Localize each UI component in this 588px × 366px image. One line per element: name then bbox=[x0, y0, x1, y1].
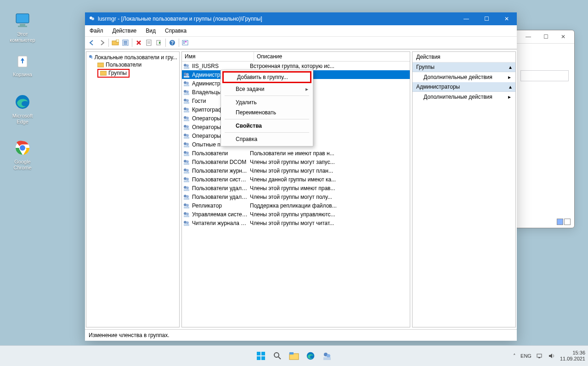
explorer-icon[interactable] bbox=[288, 349, 300, 362]
svg-point-39 bbox=[184, 90, 187, 93]
actions-item-more-0[interactable]: Дополнительные действия ▸ bbox=[413, 72, 515, 82]
group-icon bbox=[183, 71, 190, 79]
svg-point-34 bbox=[186, 73, 189, 76]
svg-rect-80 bbox=[184, 207, 189, 208]
col-desc[interactable]: Описание bbox=[254, 52, 410, 61]
list-row[interactable]: РепликаторПоддержка репликации файлов... bbox=[182, 201, 410, 210]
svg-point-40 bbox=[186, 90, 189, 93]
svg-rect-18 bbox=[147, 43, 150, 44]
context-menu-item[interactable]: Свойства bbox=[221, 121, 313, 131]
new-folder-icon[interactable] bbox=[110, 38, 120, 48]
close-button[interactable]: ✕ bbox=[555, 32, 571, 41]
tree-users[interactable]: Пользователи bbox=[87, 61, 178, 68]
svg-point-49 bbox=[186, 117, 189, 119]
list-row[interactable]: Управляемая систем...Члены этой группы у… bbox=[182, 210, 410, 219]
svg-rect-98 bbox=[537, 354, 542, 357]
row-desc: Поддержка репликации файлов... bbox=[248, 203, 410, 209]
list-row[interactable]: Пользователи удале...Члены этой группы и… bbox=[182, 184, 410, 192]
desktop-icon-this-pc[interactable]: Этоткомпьютер bbox=[6, 10, 39, 43]
clock[interactable]: 15:36 11.09.2021 bbox=[560, 350, 585, 362]
list-row[interactable]: Читатели журнала с...Члены этой группы м… bbox=[182, 219, 410, 227]
chevron-right-icon: ▸ bbox=[508, 94, 511, 100]
app-icon bbox=[89, 16, 95, 22]
svg-rect-24 bbox=[185, 41, 187, 42]
context-menu-item[interactable]: Справка bbox=[221, 134, 313, 144]
actions-section-groups[interactable]: Группы ▴ bbox=[413, 62, 515, 72]
group-icon bbox=[183, 150, 190, 157]
maximize-button[interactable]: ☐ bbox=[537, 32, 554, 41]
list-row[interactable]: Пользователи журн...Члены этой группы мо… bbox=[182, 166, 410, 175]
tray-chevron-icon[interactable]: ˄ bbox=[513, 353, 516, 359]
properties-icon[interactable] bbox=[120, 38, 130, 48]
tree-pane[interactable]: Локальные пользователи и гру... Пользова… bbox=[86, 51, 180, 327]
svg-point-96 bbox=[327, 354, 330, 358]
minimize-button[interactable]: — bbox=[456, 12, 476, 25]
close-button[interactable]: ✕ bbox=[497, 12, 517, 25]
desktop-icon-label: GoogleChrome bbox=[6, 159, 39, 171]
actions-item-more-1[interactable]: Дополнительные действия ▸ bbox=[413, 92, 515, 102]
svg-point-46 bbox=[186, 108, 189, 111]
sheet-icon[interactable] bbox=[144, 38, 154, 48]
row-name: IIS_IUSRS bbox=[192, 63, 248, 69]
maximize-button[interactable]: ☐ bbox=[476, 12, 497, 25]
context-menu-item[interactable]: Переименовать bbox=[221, 107, 313, 118]
export-icon[interactable] bbox=[154, 38, 164, 48]
search-button[interactable] bbox=[271, 349, 284, 362]
list-row[interactable]: Пользователи DCOMЧлены этой группы могут… bbox=[182, 158, 410, 166]
svg-point-72 bbox=[184, 186, 187, 189]
svg-point-30 bbox=[184, 64, 187, 67]
actions-section-admins[interactable]: Администраторы ▴ bbox=[413, 82, 515, 92]
titlebar[interactable]: lusrmgr - [Локальные пользователи и груп… bbox=[85, 12, 517, 25]
bg-toggle-b[interactable] bbox=[564, 219, 571, 225]
row-name: Пользователи удале... bbox=[192, 185, 248, 191]
row-name: Читатели журнала с... bbox=[192, 220, 248, 226]
svg-rect-50 bbox=[184, 119, 189, 121]
network-icon[interactable] bbox=[536, 353, 543, 359]
list-row[interactable]: ПользователиПользователи не имеют прав н… bbox=[182, 149, 410, 158]
delete-icon[interactable] bbox=[134, 38, 144, 48]
bg-toggle-a[interactable] bbox=[557, 219, 563, 225]
context-menu-item[interactable]: Добавить в группу... bbox=[222, 71, 311, 83]
minimize-button[interactable]: — bbox=[520, 32, 537, 41]
row-desc: Встроенная группа, которую ис... bbox=[248, 63, 410, 69]
lusrmgr-taskbar-icon[interactable] bbox=[321, 349, 334, 362]
context-menu-item[interactable]: Удалить bbox=[221, 97, 313, 107]
list-row[interactable]: Пользователи систе...Члены данной группы… bbox=[182, 175, 410, 184]
tree-groups[interactable]: Группы bbox=[87, 68, 178, 78]
svg-rect-83 bbox=[184, 215, 189, 217]
svg-point-82 bbox=[186, 213, 189, 215]
row-name: Пользователи удале... bbox=[192, 194, 248, 200]
refresh-icon[interactable] bbox=[181, 38, 191, 48]
svg-rect-47 bbox=[184, 111, 189, 113]
language-indicator[interactable]: ENG bbox=[520, 353, 531, 359]
context-menu-item[interactable]: Все задачи bbox=[221, 84, 313, 94]
row-desc: Члены этой группы могут план... bbox=[248, 168, 410, 174]
list-row[interactable]: Пользователи удале...Члены этой группы м… bbox=[182, 192, 410, 201]
forward-button[interactable] bbox=[97, 38, 107, 48]
menu-action[interactable]: Действие bbox=[108, 26, 141, 35]
svg-point-31 bbox=[186, 64, 189, 67]
svg-rect-29 bbox=[100, 71, 107, 75]
group-icon bbox=[183, 106, 190, 113]
edge-taskbar-icon[interactable] bbox=[304, 349, 317, 362]
help-icon[interactable]: ? bbox=[167, 38, 177, 48]
menu-file[interactable]: Файл bbox=[85, 26, 108, 35]
back-button[interactable] bbox=[87, 38, 97, 48]
svg-rect-53 bbox=[184, 128, 189, 130]
svg-rect-93 bbox=[289, 352, 294, 355]
menu-view[interactable]: Вид bbox=[141, 26, 160, 35]
desktop-icon-recycle[interactable]: Корзина bbox=[6, 51, 39, 78]
menu-help[interactable]: Справка bbox=[160, 26, 191, 35]
desktop-icon-chrome[interactable]: GoogleChrome bbox=[6, 138, 39, 171]
svg-rect-12 bbox=[124, 41, 127, 42]
tree-root[interactable]: Локальные пользователи и гру... bbox=[87, 54, 178, 61]
col-name[interactable]: Имя bbox=[182, 52, 254, 61]
start-button[interactable] bbox=[254, 349, 267, 362]
bg-input-line bbox=[520, 70, 569, 81]
volume-icon[interactable] bbox=[548, 353, 555, 359]
svg-point-58 bbox=[186, 143, 189, 146]
desktop-icon-edge[interactable]: MicrosoftEdge bbox=[6, 92, 39, 125]
chrome-icon bbox=[12, 138, 33, 158]
background-window[interactable]: — ☐ ✕ bbox=[514, 30, 575, 228]
list-row[interactable]: IIS_IUSRSВстроенная группа, которую ис..… bbox=[182, 62, 410, 70]
